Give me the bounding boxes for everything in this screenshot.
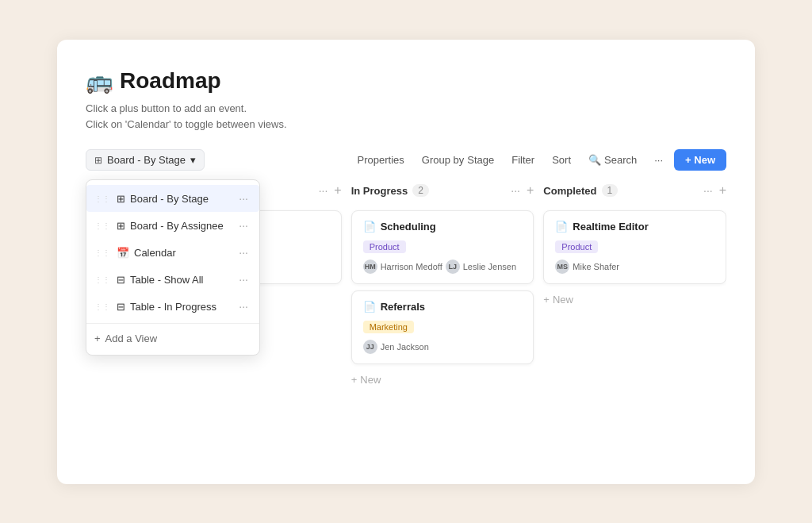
- search-label: Search: [604, 154, 637, 166]
- view-label: Board - By Stage: [107, 154, 186, 166]
- add-new-label: New: [553, 294, 573, 306]
- card-scheduling: 📄 Scheduling Product HM Harrison Medoff …: [351, 210, 534, 284]
- column-add-icon[interactable]: +: [719, 183, 726, 198]
- item-label: Board - By Assignee: [130, 220, 231, 232]
- more-icon[interactable]: ···: [236, 271, 251, 287]
- add-new-label: New: [360, 374, 381, 386]
- column-more-icon[interactable]: ···: [511, 184, 520, 197]
- chevron-down-icon: ▾: [190, 154, 196, 166]
- assignee-name: Leslie Jensen: [463, 262, 516, 271]
- main-card: 🚌 Roadmap Click a plus button to add an …: [57, 40, 755, 484]
- assignee-name: Harrison Medoff: [381, 262, 442, 271]
- add-new-completed[interactable]: + New: [543, 290, 726, 309]
- more-icon[interactable]: ···: [236, 190, 251, 206]
- group-by-button[interactable]: Group by Stage: [416, 151, 500, 169]
- search-icon: 🔍: [588, 154, 601, 166]
- card-title: 📄 Realtime Editor: [555, 221, 714, 233]
- item-icon: ⊞: [117, 193, 125, 205]
- card-title: 📄 Scheduling: [363, 221, 523, 233]
- more-icon[interactable]: ···: [236, 298, 251, 314]
- item-icon: ⊟: [117, 274, 125, 286]
- more-button[interactable]: ···: [648, 151, 669, 169]
- card-name: Realtime Editor: [573, 221, 648, 233]
- plus-icon: +: [351, 374, 358, 386]
- more-icon[interactable]: ···: [236, 244, 251, 260]
- tag-product: Product: [555, 240, 598, 253]
- drag-handle-icon: ⋮⋮: [94, 275, 110, 284]
- card-assignees: HM Harrison Medoff LJ Leslie Jensen: [363, 260, 523, 274]
- card-referrals: 📄 Referrals Marketing JJ Jen Jackson: [351, 290, 534, 364]
- card-name: Scheduling: [381, 221, 436, 233]
- item-icon: 📅: [117, 247, 129, 259]
- column-count: 2: [412, 184, 429, 197]
- doc-icon: 📄: [363, 221, 376, 233]
- assignee-name: Mike Shafer: [573, 262, 619, 271]
- column-title: In Progress: [351, 185, 408, 197]
- add-new-in-progress[interactable]: + New: [351, 371, 534, 389]
- title-emoji: 🚌: [86, 68, 113, 94]
- plus-icon: +: [543, 294, 550, 306]
- group-by-value: Stage: [467, 154, 494, 166]
- drag-handle-icon: ⋮⋮: [94, 302, 110, 311]
- item-label: Calendar: [134, 247, 231, 259]
- tag-product: Product: [363, 240, 406, 253]
- assignee-name: Jen Jackson: [381, 342, 429, 352]
- plus-icon: +: [94, 333, 101, 344]
- column-completed: Completed 1 ··· + 📄 Realtime Editor Prod…: [543, 183, 726, 389]
- item-label: Table - In Progress: [130, 301, 231, 313]
- column-count: 1: [602, 184, 619, 197]
- column-more-icon[interactable]: ···: [319, 184, 328, 197]
- dropdown-add-view[interactable]: + Add a View: [86, 327, 259, 350]
- column-add-icon[interactable]: +: [527, 183, 534, 198]
- avatar-mike: MS: [555, 260, 569, 274]
- sort-button[interactable]: Sort: [546, 151, 577, 169]
- doc-icon: 📄: [363, 301, 376, 313]
- item-icon: ⊞: [117, 220, 125, 232]
- view-selector[interactable]: ⊞ Board - By Stage ▾: [86, 149, 205, 171]
- toolbar: ⊞ Board - By Stage ▾ ⋮⋮ ⊞ Board - By Sta…: [86, 149, 726, 171]
- card-realtime-editor: 📄 Realtime Editor Product MS Mike Shafer: [543, 210, 726, 284]
- card-assignees: JJ Jen Jackson: [363, 340, 523, 354]
- card-title: 📄 Referrals: [363, 301, 523, 313]
- page-title: 🚌 Roadmap: [86, 68, 726, 94]
- column-more-icon[interactable]: ···: [703, 184, 713, 197]
- subtitle-line1: Click a plus button to add an event.: [86, 101, 726, 117]
- subtitle-line2: Click on 'Calendar' to toggle between vi…: [86, 117, 726, 133]
- card-name: Referrals: [381, 301, 425, 313]
- filter-button[interactable]: Filter: [505, 151, 541, 169]
- avatar-harrison: HM: [363, 260, 377, 274]
- dropdown-item-board-by-assignee[interactable]: ⋮⋮ ⊞ Board - By Assignee ···: [86, 212, 259, 239]
- dropdown-item-table-show-all[interactable]: ⋮⋮ ⊟ Table - Show All ···: [86, 266, 259, 293]
- title-text: Roadmap: [120, 68, 221, 94]
- column-header-completed: Completed 1 ··· +: [543, 183, 726, 202]
- drag-handle-icon: ⋮⋮: [94, 221, 110, 230]
- dropdown-item-board-by-stage[interactable]: ⋮⋮ ⊞ Board - By Stage ···: [86, 185, 259, 212]
- search-button[interactable]: 🔍 Search: [582, 151, 643, 169]
- item-label: Board - By Stage: [130, 193, 231, 205]
- new-button[interactable]: + New: [674, 149, 726, 171]
- doc-icon: 📄: [555, 221, 568, 233]
- column-in-progress: In Progress 2 ··· + 📄 Scheduling Product…: [351, 183, 534, 389]
- page-subtitle: Click a plus button to add an event. Cli…: [86, 101, 726, 134]
- item-label: Table - Show All: [130, 274, 231, 286]
- dropdown-divider: [86, 323, 259, 324]
- tag-marketing: Marketing: [363, 321, 414, 333]
- properties-button[interactable]: Properties: [351, 151, 411, 169]
- more-icon[interactable]: ···: [236, 217, 251, 233]
- drag-handle-icon: ⋮⋮: [94, 194, 110, 203]
- dropdown-menu: ⋮⋮ ⊞ Board - By Stage ··· ⋮⋮ ⊞ Board - B…: [86, 179, 260, 356]
- drag-handle-icon: ⋮⋮: [94, 248, 110, 257]
- column-header-in-progress: In Progress 2 ··· +: [351, 183, 534, 202]
- dropdown-item-table-in-progress[interactable]: ⋮⋮ ⊟ Table - In Progress ···: [86, 293, 259, 320]
- add-view-label: Add a View: [105, 333, 158, 344]
- column-title: Completed: [543, 185, 596, 197]
- group-by-label: Group by: [422, 154, 464, 166]
- dropdown-item-calendar[interactable]: ⋮⋮ 📅 Calendar ···: [86, 239, 259, 266]
- avatar-jen: JJ: [363, 340, 377, 354]
- column-add-icon[interactable]: +: [334, 183, 341, 198]
- item-icon: ⊟: [117, 301, 125, 313]
- avatar-leslie: LJ: [446, 260, 460, 274]
- view-icon: ⊞: [94, 155, 102, 166]
- card-assignees: MS Mike Shafer: [555, 260, 714, 274]
- page-header: 🚌 Roadmap Click a plus button to add an …: [86, 68, 726, 134]
